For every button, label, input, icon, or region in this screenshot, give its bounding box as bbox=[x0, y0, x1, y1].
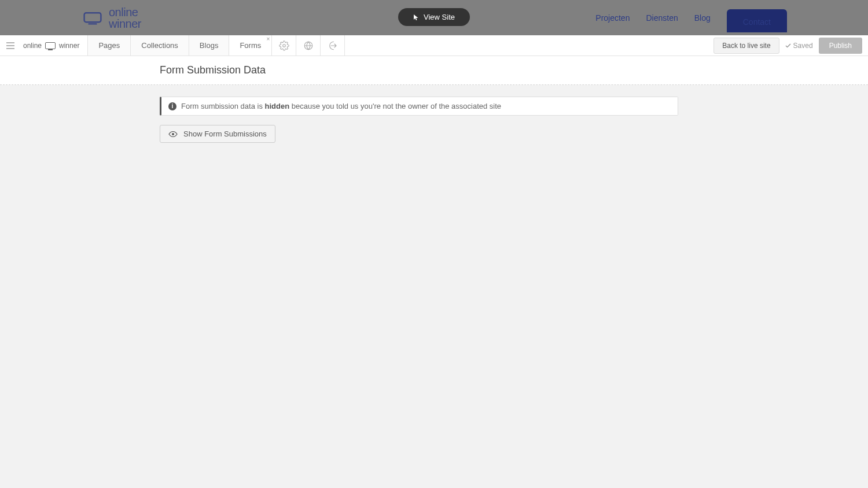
tab-label: Blogs bbox=[200, 41, 219, 50]
site-logo-text-1: online bbox=[109, 6, 141, 18]
site-logo-text-2: winner bbox=[109, 18, 141, 29]
nav-contact-button[interactable]: Contact bbox=[727, 9, 787, 32]
logout-tab[interactable] bbox=[321, 35, 345, 56]
info-icon: i bbox=[168, 102, 176, 110]
logo-monitor-icon bbox=[81, 11, 104, 25]
notice-pre: Form sumbission data is bbox=[181, 102, 265, 110]
hamburger-menu[interactable] bbox=[0, 35, 21, 56]
editor-toolbar: online winner Pages Collections Blogs × … bbox=[0, 35, 868, 56]
monitor-icon bbox=[45, 42, 56, 49]
back-to-live-button[interactable]: Back to live site bbox=[713, 38, 779, 54]
svg-rect-0 bbox=[84, 13, 101, 22]
svg-point-2 bbox=[172, 133, 174, 135]
tab-label: Collections bbox=[141, 41, 178, 50]
logout-icon bbox=[328, 40, 338, 51]
publish-button[interactable]: Publish bbox=[819, 38, 862, 54]
saved-status: Saved bbox=[785, 42, 813, 50]
site-preview-header: online winner View Site Projecten Dienst… bbox=[0, 0, 868, 35]
check-icon bbox=[785, 43, 791, 48]
nav-projecten[interactable]: Projecten bbox=[595, 13, 630, 23]
brand-right: winner bbox=[59, 42, 79, 50]
tab-collections[interactable]: Collections bbox=[131, 35, 189, 56]
tab-forms[interactable]: × Forms bbox=[229, 35, 272, 56]
nav-diensten[interactable]: Diensten bbox=[646, 13, 678, 23]
tab-pages[interactable]: Pages bbox=[88, 35, 131, 56]
globe-tab[interactable] bbox=[296, 35, 321, 56]
close-icon[interactable]: × bbox=[266, 36, 270, 42]
page-title-bar: Form Submission Data bbox=[0, 56, 868, 85]
show-form-submissions-button[interactable]: Show Form Submissions bbox=[160, 125, 275, 143]
show-btn-label: Show Form Submissions bbox=[183, 130, 267, 138]
globe-icon bbox=[303, 40, 314, 51]
site-nav: Projecten Diensten Blog Contact bbox=[595, 3, 787, 32]
site-brand-cell: online winner bbox=[21, 35, 88, 56]
eye-icon bbox=[168, 131, 178, 137]
settings-tab[interactable] bbox=[272, 35, 296, 56]
page-content: i Form sumbission data is hidden because… bbox=[0, 85, 868, 143]
view-site-label: View Site bbox=[424, 13, 455, 21]
gear-icon bbox=[279, 40, 289, 51]
notice-text: Form sumbission data is hidden because y… bbox=[181, 102, 501, 110]
notice-post: because you told us you're not the owner… bbox=[289, 102, 501, 110]
view-site-button[interactable]: View Site bbox=[398, 8, 470, 26]
nav-blog[interactable]: Blog bbox=[694, 13, 711, 23]
notice-strong: hidden bbox=[265, 102, 290, 110]
cursor-icon bbox=[413, 14, 419, 21]
page-title: Form Submission Data bbox=[160, 64, 868, 76]
saved-label: Saved bbox=[793, 42, 813, 50]
tab-blogs[interactable]: Blogs bbox=[189, 35, 230, 56]
site-logo: online winner bbox=[81, 6, 141, 29]
hamburger-icon bbox=[6, 42, 14, 49]
tab-label: Pages bbox=[98, 41, 120, 50]
tab-label: Forms bbox=[240, 41, 261, 50]
brand-left: online bbox=[23, 42, 42, 50]
hidden-notice: i Form sumbission data is hidden because… bbox=[160, 97, 678, 116]
toolbar-right: Back to live site Saved Publish bbox=[708, 35, 868, 56]
